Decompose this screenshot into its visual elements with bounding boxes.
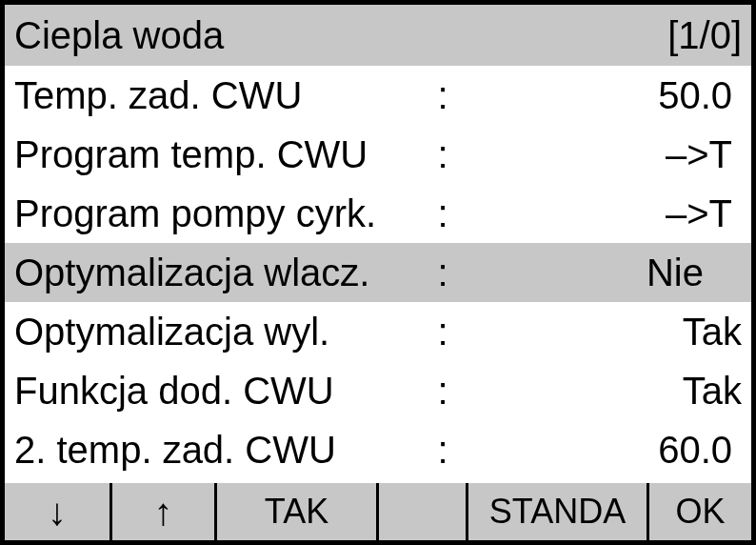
softkey-tak[interactable]: TAK: [214, 483, 376, 540]
row-colon: :: [424, 252, 462, 294]
menu-row[interactable]: Temp. zad. CWU : 50.0: [5, 66, 751, 125]
menu-row[interactable]: Funkcja dod. CWU : Tak: [5, 361, 751, 420]
arrow-up-icon: ↑: [154, 493, 173, 531]
row-value: Nie: [462, 252, 742, 294]
menu-row[interactable]: Program temp. CWU : –>T: [5, 125, 751, 184]
softkey-label: STANDA: [489, 492, 626, 532]
row-colon: :: [424, 311, 462, 353]
row-value: 50.0: [462, 74, 742, 117]
menu-row-selected[interactable]: Optymalizacja wlacz. : Nie: [5, 243, 751, 302]
softkey-ok[interactable]: OK: [647, 483, 751, 540]
menu-list: Temp. zad. CWU : 50.0 Program temp. CWU …: [5, 66, 751, 483]
page-title: Ciepla woda: [14, 14, 667, 57]
softkey-standa[interactable]: STANDA: [466, 483, 647, 540]
softkey-up[interactable]: ↑: [109, 483, 214, 540]
row-colon: :: [424, 192, 462, 235]
menu-row[interactable]: 2. temp. zad. CWU : 60.0: [5, 420, 751, 479]
arrow-down-icon: ↓: [48, 493, 67, 531]
row-label: Optymalizacja wlacz.: [14, 252, 424, 294]
menu-row[interactable]: Program pompy cyrk. : –>T: [5, 184, 751, 243]
softkey-label: OK: [675, 492, 725, 532]
softkey-bar: ↓ ↑ TAK STANDA OK: [5, 483, 751, 540]
row-value: –>T: [462, 192, 742, 235]
softkey-gap: [376, 483, 466, 540]
header-bar: Ciepla woda [1/0]: [5, 5, 751, 66]
row-value: Tak: [462, 311, 742, 353]
row-label: Program temp. CWU: [14, 133, 424, 176]
page-indicator: [1/0]: [667, 14, 742, 57]
row-colon: :: [424, 133, 462, 176]
lcd-screen: Ciepla woda [1/0] Temp. zad. CWU : 50.0 …: [0, 0, 756, 545]
row-colon: :: [424, 370, 462, 413]
row-label: 2. temp. zad. CWU: [14, 429, 424, 472]
row-value: Tak: [462, 370, 742, 413]
row-colon: :: [424, 429, 462, 472]
row-label: Temp. zad. CWU: [14, 74, 424, 117]
row-label: Funkcja dod. CWU: [14, 370, 424, 413]
menu-row[interactable]: Optymalizacja wyl. : Tak: [5, 302, 751, 361]
softkey-down[interactable]: ↓: [5, 483, 109, 540]
row-colon: :: [424, 74, 462, 117]
row-label: Program pompy cyrk.: [14, 192, 424, 235]
softkey-label: TAK: [265, 492, 328, 532]
row-value: –>T: [462, 133, 742, 176]
row-label: Optymalizacja wyl.: [14, 311, 424, 353]
row-value: 60.0: [462, 429, 742, 472]
